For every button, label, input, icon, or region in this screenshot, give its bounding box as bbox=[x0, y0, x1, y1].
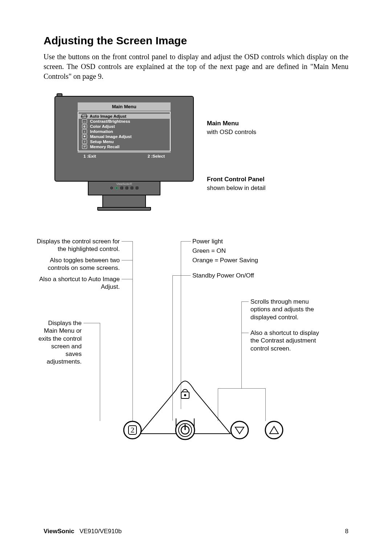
down-button bbox=[231, 421, 248, 439]
osd-select-label: 2 :Select bbox=[148, 154, 165, 158]
callout-scroll-a: Scrolls through menu options and adjusts… bbox=[250, 298, 319, 321]
svg-point-3 bbox=[184, 394, 186, 396]
brightness-icon: ☼ bbox=[82, 119, 87, 123]
page-heading: Adjusting the Screen Image bbox=[44, 35, 348, 47]
osd-item-auto-image-adjust: AUTO Auto Image Adjust bbox=[78, 114, 170, 119]
front-panel-diagram: Displays the control screen for the high… bbox=[44, 238, 348, 470]
power-button bbox=[176, 421, 195, 439]
callout-power-light-c: Orange = Power Saving bbox=[192, 256, 287, 264]
osd-item-label: Manual Image Adjust bbox=[90, 134, 132, 139]
button-2: 2 bbox=[124, 421, 141, 439]
callout-button2-c: Also a shortcut to Auto Image Adjust. bbox=[36, 275, 120, 291]
callout-text: shown below in detail bbox=[207, 185, 266, 192]
callout-power-light-b: Green = ON bbox=[192, 247, 287, 255]
osd-item-label: Information bbox=[90, 129, 113, 134]
osd-item-information: i Information bbox=[78, 129, 170, 134]
manual-icon: ✥ bbox=[82, 134, 87, 139]
info-icon: i bbox=[82, 129, 87, 134]
color-icon: ◐ bbox=[82, 124, 87, 129]
osd-item-manual-image-adjust: ✥ Manual Image Adjust bbox=[78, 134, 170, 139]
osd-item-setup-menu: ? Setup Menu bbox=[78, 139, 170, 144]
svg-text:2: 2 bbox=[131, 425, 135, 434]
page-footer: ViewSonic VE910/VE910b 8 bbox=[44, 528, 348, 535]
osd-item-label: Color Adjust bbox=[90, 124, 115, 129]
monitor-illustration: Main Menu AUTO Auto Image Adjust ☼ Contr… bbox=[54, 96, 348, 212]
callout-scroll-b: Also a shortcut to display the Contrast … bbox=[250, 329, 319, 352]
osd-item-label: Memory Recall bbox=[90, 145, 119, 149]
main-menu-callout: Main Menu with OSD controls bbox=[207, 120, 256, 136]
osd-exit-label: 1 :Exit bbox=[83, 154, 96, 158]
auto-icon: AUTO bbox=[82, 114, 87, 118]
callout-power-light-a: Power light bbox=[192, 238, 287, 245]
osd-item-color-adjust: ◐ Color Adjust bbox=[78, 124, 170, 129]
intro-paragraph: Use the buttons on the front control pan… bbox=[44, 52, 348, 81]
callout-heading: Front Control Panel bbox=[207, 176, 266, 183]
callout-button2-a: Displays the control screen for the high… bbox=[36, 238, 120, 253]
callout-button2-b: Also toggles between two controls on som… bbox=[36, 256, 120, 272]
recall-icon: ↺ bbox=[82, 145, 87, 149]
footer-model: VE910/VE910b bbox=[79, 528, 122, 535]
brand-label: ViewSonic bbox=[116, 182, 130, 186]
callout-text: with OSD controls bbox=[207, 129, 256, 136]
monitor-bezel: ViewSonic® bbox=[88, 182, 160, 195]
callout-standby: Standby Power On/Off bbox=[192, 272, 287, 279]
up-button bbox=[265, 421, 283, 439]
osd-item-memory-recall: ↺ Memory Recall bbox=[78, 144, 170, 149]
callout-heading: Main Menu bbox=[207, 120, 256, 127]
footer-brand: ViewSonic bbox=[44, 528, 74, 535]
callout-button1: Displays the Main Menu or exits the cont… bbox=[36, 319, 82, 366]
osd-title: Main Menu bbox=[78, 102, 171, 111]
page-number: 8 bbox=[345, 528, 348, 535]
osd-item-label: Auto Image Adjust bbox=[90, 114, 126, 118]
osd-item-label: Contrast/Brightness bbox=[90, 119, 130, 123]
front-panel-callout: Front Control Panel shown below in detai… bbox=[207, 176, 266, 192]
osd-item-contrast-brightness: ☼ Contrast/Brightness bbox=[78, 119, 170, 124]
setup-icon: ? bbox=[82, 139, 87, 144]
osd-footer: 1 :Exit 2 :Select bbox=[78, 152, 171, 158]
osd-item-label: Setup Menu bbox=[90, 139, 114, 144]
osd-menu: AUTO Auto Image Adjust ☼ Contrast/Bright… bbox=[78, 112, 171, 151]
